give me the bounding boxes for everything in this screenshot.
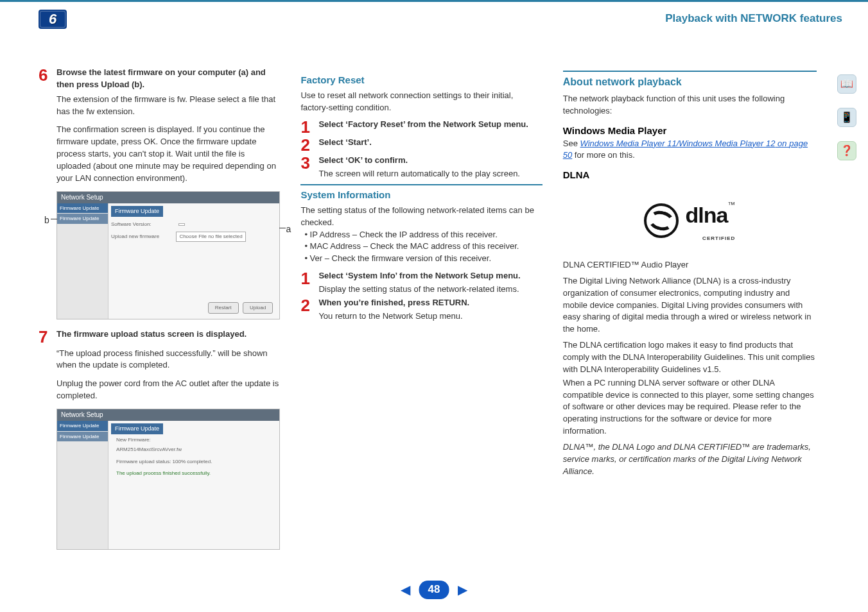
- system-info-heading: System Information: [300, 184, 542, 202]
- dlna-mark-icon: [644, 203, 679, 238]
- step-6-body-1: The extension of the firmware is fw. Ple…: [56, 94, 280, 118]
- section-title: Playback with NETWORK features: [665, 11, 842, 27]
- ss1-choose-file: Choose File no file selected: [176, 232, 245, 242]
- ss1-tab: Firmware Update: [111, 206, 163, 217]
- about-network-intro: The network playback function of this un…: [563, 93, 817, 117]
- ss2-side-item-2: Firmware Update: [57, 432, 108, 442]
- ss1-sw-label: Software Version:: [111, 221, 152, 227]
- ss1-sw-value: [178, 223, 185, 226]
- step-7-heading: The firmware upload status screen is dis…: [56, 328, 247, 345]
- factory-reset-heading: Factory Reset: [300, 71, 542, 87]
- step-6-heading: Browse the latest firmware on your compu…: [56, 67, 280, 91]
- sysinfo-bullet-mac: MAC Address – Check the MAC address of t…: [304, 241, 542, 253]
- callout-label-a: a: [286, 223, 291, 235]
- si-step2: When you’re finished, press RETURN.: [318, 297, 469, 309]
- screenshot-firmware-upload: b a Network Setup Firmware Update Firmwa…: [56, 191, 280, 319]
- book-icon[interactable]: 📖: [837, 74, 856, 94]
- ss1-side-item-2: Firmware Update: [57, 214, 108, 224]
- ss1-upload-label: Upload new firmware: [111, 234, 159, 239]
- fr-step3-num: 3: [300, 155, 313, 180]
- step-7-number: 7: [39, 328, 51, 345]
- column-right: About network playback The network playb…: [563, 67, 842, 559]
- sysinfo-bullet-ip: IP Address – Check the IP address of thi…: [304, 229, 542, 241]
- dlna-cert-text: CERTIFIED: [685, 235, 735, 242]
- dlna-p4: DLNA™, the DLNA Logo and DLNA CERTIFIED™…: [563, 441, 817, 478]
- dlna-subtitle: DLNA CERTIFIED™ Audio Player: [563, 259, 817, 271]
- fr-step3: Select ‘OK’ to confirm.: [318, 155, 520, 167]
- about-network-heading: About network playback: [563, 71, 817, 89]
- fr-step3-body: The screen will return automatically to …: [318, 168, 520, 180]
- si-step1: Select ‘System Info’ from the Network Se…: [318, 270, 520, 282]
- wmp-link[interactable]: Windows Media Player 11/Windows Media Pl…: [580, 139, 776, 148]
- chapter-badge: 6: [39, 10, 67, 29]
- column-left: 6 Browse the latest firmware on your com…: [39, 67, 280, 559]
- ss1-titlebar: Network Setup: [57, 192, 279, 204]
- ss2-side-item-1: Firmware Update: [57, 421, 108, 431]
- ss2-line2: ARM2514MaxdSrcvAVver.fw: [116, 446, 275, 454]
- sysinfo-bullet-ver: Ver – Check the firmware version of this…: [304, 253, 542, 265]
- next-page-button[interactable]: ▶: [458, 581, 467, 599]
- system-info-intro: The setting status of the following netw…: [300, 205, 542, 229]
- si-step2-body: You return to the Network Setup menu.: [318, 310, 469, 323]
- page-navigation: ◀ 48 ▶: [401, 581, 468, 599]
- device-icon[interactable]: 📱: [837, 108, 856, 127]
- ss2-titlebar: Network Setup: [57, 409, 279, 421]
- wmp-text: See Windows Media Player 11/Windows Medi…: [563, 138, 817, 162]
- ss2-line4: The upload process finished successfully…: [116, 470, 275, 477]
- ss1-restart-button: Restart: [208, 302, 239, 314]
- side-icon-bar: 📖 📱 ❓: [837, 74, 856, 160]
- dlna-logo: dlna™ CERTIFIED: [619, 195, 760, 246]
- dlna-logo-text: dlna: [685, 203, 727, 227]
- ss1-upload-button: Upload: [243, 302, 273, 314]
- si-step1-body: Display the setting status of the networ…: [318, 284, 520, 296]
- help-icon[interactable]: ❓: [837, 141, 856, 160]
- step-7-body-1: “The upload process finished successfull…: [56, 348, 280, 372]
- callout-label-b: b: [44, 214, 49, 226]
- ss1-side-item-1: Firmware Update: [57, 203, 108, 214]
- screenshot-firmware-status: Network Setup Firmware Update Firmware U…: [56, 409, 280, 550]
- prev-page-button[interactable]: ◀: [401, 581, 410, 599]
- dlna-p2: The DLNA certification logo makes it eas…: [563, 339, 817, 376]
- si-step1-num: 1: [300, 270, 313, 296]
- fr-step1-num: 1: [300, 119, 313, 135]
- fr-step2: Select ‘Start’.: [318, 137, 371, 153]
- dlna-p1: The Digital Living Network Alliance (DLN…: [563, 275, 817, 336]
- dlna-heading: DLNA: [563, 168, 817, 182]
- ss2-line3: Firmware upload status: 100% completed.: [116, 458, 275, 466]
- dlna-p3: When a PC running DLNA server software o…: [563, 377, 817, 438]
- step-7-body-2: Unplug the power cord from the AC outlet…: [56, 378, 280, 402]
- fr-step1: Select ‘Factory Reset’ from the Network …: [318, 119, 528, 135]
- si-step2-num: 2: [300, 297, 313, 323]
- fr-step2-num: 2: [300, 137, 313, 153]
- step-6-body-2: The confirmation screen is displayed. If…: [56, 124, 280, 184]
- step-6-number: 6: [39, 67, 51, 91]
- page-number: 48: [419, 581, 449, 599]
- column-middle: Factory Reset Use to reset all network c…: [300, 67, 542, 559]
- ss2-tab: Firmware Update: [111, 423, 163, 434]
- ss2-line1: New Firmware:: [116, 436, 275, 444]
- factory-reset-intro: Use to reset all network connection sett…: [300, 90, 542, 114]
- wmp-heading: Windows Media Player: [563, 124, 817, 138]
